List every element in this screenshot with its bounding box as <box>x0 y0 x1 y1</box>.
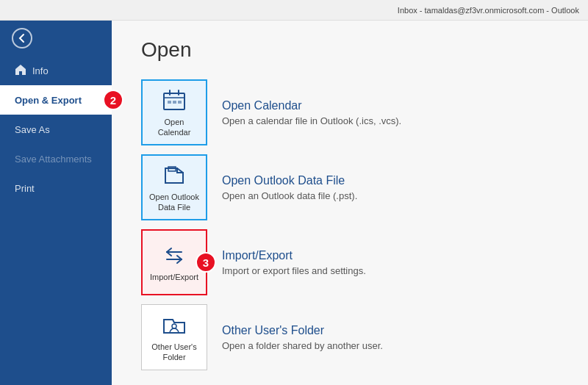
open-outlook-data-info: Open Outlook Data File Open an Outlook d… <box>222 174 357 201</box>
open-outlook-data-icon <box>161 162 187 189</box>
sidebar-item-info[interactable]: Info <box>0 56 112 85</box>
sidebar-item-open-export-label: Open & Export <box>15 95 82 106</box>
svg-point-4 <box>172 324 176 328</box>
sidebar-item-print[interactable]: Print <box>0 173 112 203</box>
sidebar-item-open-export[interactable]: Open & Export 2 <box>0 85 112 115</box>
svg-rect-3 <box>178 101 182 104</box>
home-icon <box>15 64 26 78</box>
open-outlook-data-title: Open Outlook Data File <box>222 174 357 187</box>
other-users-folder-info: Other User's Folder Open a folder shared… <box>222 324 383 351</box>
option-row-import-export: Import/Export 3 Import/Export Import or … <box>141 229 559 295</box>
other-users-folder-desc: Open a folder shared by another user. <box>222 340 383 351</box>
import-export-desc: Import or export files and settings. <box>222 265 366 276</box>
sidebar-item-save-as[interactable]: Save As <box>0 115 112 144</box>
other-users-folder-icon <box>161 312 187 339</box>
option-row-open-outlook-data: Open OutlookData File Open Outlook Data … <box>141 154 559 220</box>
import-export-title: Import/Export <box>222 249 366 262</box>
back-icon <box>12 28 32 48</box>
open-calendar-icon <box>161 87 187 114</box>
import-export-info: Import/Export Import or export files and… <box>222 249 366 276</box>
option-row-other-users-folder: Other User'sFolder Other User's Folder O… <box>141 304 559 370</box>
options-list: OpenCalendar Open Calendar Open a calend… <box>141 79 559 370</box>
open-calendar-desc: Open a calendar file in Outlook (.ics, .… <box>222 115 401 126</box>
open-calendar-title: Open Calendar <box>222 99 401 112</box>
svg-rect-1 <box>168 101 171 104</box>
sidebar: Info Open & Export 2 Save As Save Attach… <box>0 21 112 385</box>
other-users-folder-card-label: Other User'sFolder <box>151 342 196 363</box>
open-calendar-info: Open Calendar Open a calendar file in Ou… <box>222 99 401 126</box>
import-export-icon <box>161 242 187 269</box>
open-calendar-card[interactable]: OpenCalendar <box>141 79 207 145</box>
import-export-card-label: Import/Export <box>150 272 198 282</box>
main-layout: Info Open & Export 2 Save As Save Attach… <box>0 21 588 385</box>
sidebar-item-info-label: Info <box>32 65 49 76</box>
open-calendar-card-label: OpenCalendar <box>158 117 191 138</box>
sidebar-item-save-as-label: Save As <box>15 124 50 135</box>
option-row-open-calendar: OpenCalendar Open Calendar Open a calend… <box>141 79 559 145</box>
other-users-folder-card[interactable]: Other User'sFolder <box>141 304 207 370</box>
sidebar-item-print-label: Print <box>15 183 35 194</box>
sidebar-item-save-attachments-label: Save Attachments <box>15 154 92 165</box>
open-outlook-data-card[interactable]: Open OutlookData File <box>141 154 207 220</box>
import-export-card[interactable]: Import/Export 3 <box>141 229 207 295</box>
content-area: Open OpenCalendar O <box>112 21 588 385</box>
import-export-badge: 3 <box>196 252 216 273</box>
page-title: Open <box>141 38 559 62</box>
sidebar-item-save-attachments: Save Attachments <box>0 144 112 173</box>
back-button[interactable] <box>0 21 112 56</box>
top-bar: Inbox - tamaldas@zf3vr.onmicrosoft.com -… <box>0 0 588 21</box>
open-outlook-data-desc: Open an Outlook data file (.pst). <box>222 190 357 201</box>
account-info: Inbox - tamaldas@zf3vr.onmicrosoft.com -… <box>398 6 579 15</box>
open-export-badge: 2 <box>103 90 123 110</box>
svg-rect-2 <box>173 101 176 104</box>
open-outlook-data-card-label: Open OutlookData File <box>149 192 199 213</box>
other-users-folder-title: Other User's Folder <box>222 324 383 337</box>
